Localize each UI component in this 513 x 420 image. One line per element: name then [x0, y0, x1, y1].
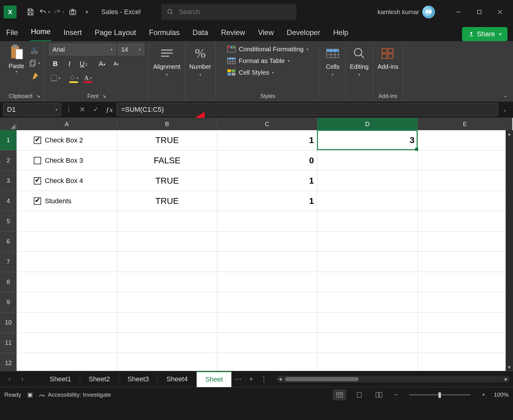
- select-all-corner[interactable]: [0, 118, 17, 130]
- minimize-button[interactable]: [449, 0, 468, 24]
- cut-button[interactable]: [29, 45, 40, 55]
- cell-C2[interactable]: 0: [217, 150, 317, 171]
- cells-icon[interactable]: [324, 46, 341, 61]
- row-header-10[interactable]: 10: [0, 313, 17, 333]
- editing-expand[interactable]: ▾: [358, 73, 360, 77]
- camera-button[interactable]: [67, 6, 79, 18]
- tab-review[interactable]: Review: [220, 25, 246, 41]
- undo-button[interactable]: ▾: [39, 6, 50, 18]
- cell-C3[interactable]: 1: [217, 171, 317, 191]
- share-button[interactable]: Share ▾: [462, 27, 507, 41]
- close-button[interactable]: [491, 0, 509, 24]
- sheet-tab-sheet[interactable]: Sheet: [197, 371, 232, 387]
- tab-view[interactable]: View: [257, 25, 275, 41]
- col-header-A[interactable]: A: [17, 118, 117, 130]
- tab-formulas[interactable]: Formulas: [148, 25, 180, 41]
- row-header-11[interactable]: 11: [0, 333, 17, 353]
- sheet-next[interactable]: ›: [16, 373, 29, 386]
- tab-page-layout[interactable]: Page Layout: [94, 25, 137, 41]
- cell-B2[interactable]: FALSE: [117, 150, 217, 171]
- cell-B3[interactable]: TRUE: [117, 171, 217, 191]
- col-header-D[interactable]: D: [317, 118, 418, 130]
- tab-developer[interactable]: Developer: [286, 25, 321, 41]
- vertical-scrollbar[interactable]: ▲▼: [506, 130, 513, 371]
- tab-help[interactable]: Help: [333, 25, 349, 41]
- sheet-more[interactable]: ⋯: [232, 375, 245, 383]
- cell-A1[interactable]: Check Box 2: [17, 130, 117, 150]
- cell-B4[interactable]: TRUE: [117, 191, 217, 211]
- font-size-combo[interactable]: 14▾: [118, 44, 144, 55]
- addins-icon[interactable]: [380, 46, 396, 61]
- maximize-button[interactable]: [470, 0, 488, 24]
- save-button[interactable]: [25, 6, 36, 18]
- alignment-expand[interactable]: ▾: [166, 73, 168, 77]
- increase-font-button[interactable]: A▴: [96, 58, 108, 69]
- sheet-tab-sheet3[interactable]: Sheet3: [119, 371, 158, 387]
- italic-button[interactable]: I: [63, 58, 75, 69]
- row-header-3[interactable]: 3: [0, 171, 17, 191]
- name-box-more[interactable]: ⋮: [63, 103, 75, 116]
- zoom-slider[interactable]: [409, 394, 470, 395]
- font-name-combo[interactable]: Arial▾: [49, 44, 116, 55]
- row-header-7[interactable]: 7: [0, 252, 17, 272]
- editing-icon[interactable]: [351, 46, 368, 61]
- search-input[interactable]: [179, 8, 291, 16]
- checkbox-2[interactable]: [34, 157, 41, 164]
- row-header-1[interactable]: 1: [0, 130, 17, 150]
- view-normal[interactable]: [333, 389, 346, 400]
- number-icon[interactable]: %: [192, 46, 209, 61]
- cell-styles-button[interactable]: Cell Styles▾: [227, 69, 308, 76]
- cell-A3[interactable]: Check Box 4: [17, 171, 117, 191]
- row-header-12[interactable]: 12: [0, 353, 17, 373]
- cells-area[interactable]: Check Box 2Check Box 3Check Box 4Student…: [17, 130, 506, 371]
- row-header-8[interactable]: 8: [0, 272, 17, 292]
- zoom-level[interactable]: 100%: [494, 391, 509, 398]
- search-box[interactable]: [161, 4, 296, 20]
- font-launcher[interactable]: ⬊: [103, 94, 106, 99]
- conditional-formatting-button[interactable]: Conditional Formatting▾: [227, 45, 308, 53]
- format-painter-button[interactable]: [29, 71, 40, 81]
- checkbox-3[interactable]: [34, 177, 41, 185]
- sheet-options[interactable]: ⋮: [257, 375, 270, 383]
- paste-button[interactable]: Paste▾: [9, 63, 24, 74]
- clipboard-launcher[interactable]: ⬊: [37, 94, 40, 99]
- customize-qat[interactable]: ▾: [81, 6, 93, 18]
- borders-button[interactable]: ▾: [49, 72, 61, 84]
- number-expand[interactable]: ▾: [199, 73, 201, 77]
- redo-button[interactable]: ▾: [53, 6, 64, 18]
- row-header-5[interactable]: 5: [0, 211, 17, 231]
- view-page-layout[interactable]: [353, 389, 366, 400]
- bold-button[interactable]: B: [49, 58, 61, 69]
- cell-D1[interactable]: 3: [317, 130, 418, 150]
- cancel-formula[interactable]: ✕: [76, 103, 88, 116]
- new-sheet[interactable]: +: [245, 375, 257, 383]
- cell-B1[interactable]: TRUE: [117, 130, 217, 150]
- zoom-in[interactable]: +: [480, 391, 488, 398]
- tab-data[interactable]: Data: [192, 25, 209, 41]
- tab-file[interactable]: File: [6, 25, 19, 41]
- row-header-4[interactable]: 4: [0, 191, 17, 211]
- cell-C4[interactable]: 1: [217, 191, 317, 211]
- collapse-ribbon[interactable]: ⌄: [503, 92, 507, 98]
- row-header-9[interactable]: 9: [0, 292, 17, 313]
- cell-C1[interactable]: 1: [217, 130, 317, 150]
- sheet-tab-sheet1[interactable]: Sheet1: [41, 371, 80, 387]
- row-header-6[interactable]: 6: [0, 231, 17, 252]
- accessibility-status[interactable]: ᨕAccessibility: Investigate: [39, 391, 111, 398]
- cell-A2[interactable]: Check Box 3: [17, 150, 117, 171]
- accept-formula[interactable]: ✓: [90, 103, 102, 116]
- horizontal-scrollbar[interactable]: ◀▶: [276, 376, 510, 383]
- zoom-out[interactable]: −: [392, 391, 400, 398]
- formula-expand[interactable]: ⌄: [500, 107, 510, 113]
- view-page-break[interactable]: [372, 389, 386, 400]
- tab-home[interactable]: Home: [30, 24, 51, 41]
- format-as-table-button[interactable]: Format as Table▾: [227, 57, 308, 64]
- alignment-icon[interactable]: [159, 46, 175, 61]
- col-header-B[interactable]: B: [117, 118, 217, 130]
- font-color-button[interactable]: A▾: [82, 72, 94, 84]
- sheet-tab-sheet4[interactable]: Sheet4: [158, 371, 197, 387]
- share-caret[interactable]: ▾: [499, 32, 501, 37]
- underline-button[interactable]: U▾: [77, 58, 90, 69]
- col-header-C[interactable]: C: [217, 118, 317, 130]
- formula-input[interactable]: =SUM(C1:C5): [117, 103, 498, 116]
